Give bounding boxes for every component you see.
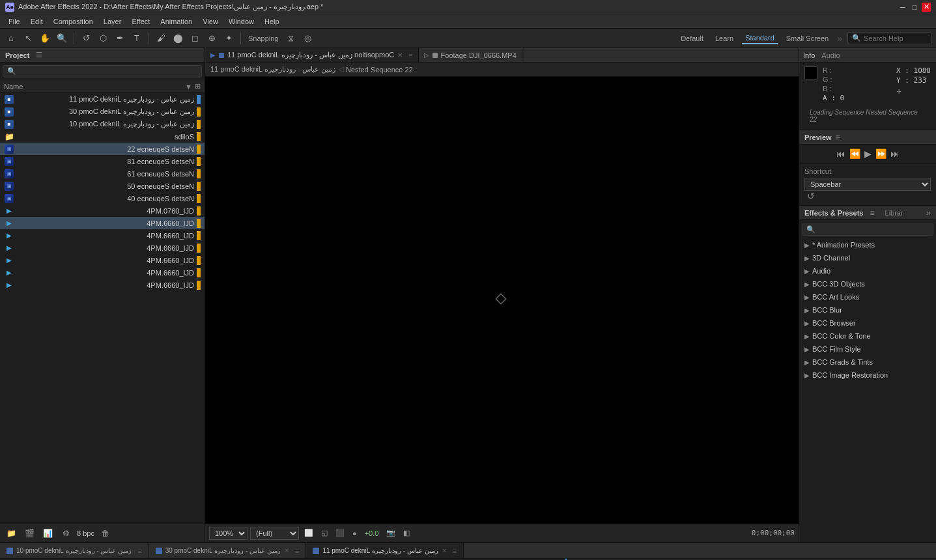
interpret-footage-button[interactable]: 📊 [40, 526, 55, 540]
project-item-11[interactable]: ▶ DJI_0666.MP4 [0, 217, 205, 229]
effects-category-11[interactable]: ▶BCC Image Restoration [799, 369, 936, 382]
project-item-1[interactable]: ■ زمین عباس - رودبارچیره Linked Comp 11 [0, 93, 205, 105]
fit-button[interactable]: ⬜ [302, 527, 316, 539]
effects-menu-icon[interactable]: ≡ [870, 208, 875, 217]
shape-tool[interactable]: ⬡ [96, 31, 110, 46]
new-comp-button[interactable]: 🎬 [22, 526, 36, 540]
tab-audio[interactable]: Audio [821, 50, 840, 61]
effects-category-2[interactable]: ▶3D Channel [799, 251, 936, 264]
transparency-button[interactable]: ⬛ [333, 527, 347, 539]
exposure-button[interactable]: +0.0 [362, 528, 382, 539]
timeline-tab-3[interactable]: زمین عباس - رودبارچیره Linked Comp 11 ✕ … [306, 543, 464, 558]
menu-help[interactable]: Help [260, 16, 284, 27]
project-search-input[interactable] [19, 68, 197, 76]
preview-play-button[interactable]: ▶ [864, 148, 872, 159]
search-help-input[interactable] [864, 35, 928, 42]
delete-button[interactable]: 🗑 [98, 526, 113, 540]
timeline-tab-menu-1[interactable]: ≡ [137, 547, 141, 555]
project-col-type[interactable]: ⊞ [195, 82, 201, 91]
effects-category-9[interactable]: ▶BCC Film Style [799, 343, 936, 356]
project-item-14[interactable]: ▶ DJI_0666.MP4 [0, 254, 205, 266]
select-tool[interactable]: ↖ [21, 31, 35, 46]
snap-options[interactable]: ◎ [301, 31, 315, 46]
effects-category-5[interactable]: ▶BCC Art Looks [799, 290, 936, 303]
hand-tool[interactable]: ✋ [38, 31, 52, 46]
menu-layer[interactable]: Layer [99, 16, 126, 27]
workspace-learn[interactable]: Learn [712, 33, 737, 44]
project-item-3[interactable]: ■ زمین عباس - رودبارچیره Linked Comp 01 [0, 118, 205, 130]
project-item-5[interactable]: ▣ Nested Sequence 22 [0, 143, 205, 155]
workspace-small-screen[interactable]: Small Screen [783, 33, 832, 44]
maximize-button[interactable]: □ [910, 3, 919, 12]
viewer-tab-close-1[interactable]: ✕ [397, 51, 403, 59]
effects-category-8[interactable]: ▶BCC Color & Tone [799, 329, 936, 343]
project-col-sort[interactable]: ▼ [185, 83, 192, 91]
preview-prev-button[interactable]: ⏪ [849, 148, 860, 159]
workspace-default[interactable]: Default [677, 33, 707, 44]
puppet-tool[interactable]: ✦ [221, 31, 236, 46]
effects-category-4[interactable]: ▶BCC 3D Objects [799, 277, 936, 290]
menu-composition[interactable]: Composition [49, 16, 98, 27]
pen-tool[interactable]: ✒ [113, 31, 127, 46]
project-item-10[interactable]: ▶ DJI_0670.MP4 [0, 204, 205, 217]
workspace-standard[interactable]: Standard [742, 33, 778, 44]
timeline-tab-menu-3[interactable]: ≡ [453, 547, 457, 555]
shortcut-reset-button[interactable]: ↺ [807, 191, 815, 201]
project-menu-icon[interactable]: ☰ [36, 51, 42, 59]
roto-tool[interactable]: ⊕ [205, 31, 219, 46]
project-item-6[interactable]: ▣ Nested Sequence 18 [0, 155, 205, 167]
timeline-tab-2[interactable]: زمین عباس - رودبارچیره Linked Comp 03 ✕ … [149, 543, 307, 558]
zoom-tool[interactable]: 🔍 [55, 31, 69, 46]
menu-file[interactable]: File [4, 16, 25, 27]
brush-tool[interactable]: 🖌 [154, 31, 168, 46]
effects-category-10[interactable]: ▶BCC Grads & Tints [799, 356, 936, 369]
preview-first-button[interactable]: ⏮ [836, 148, 845, 159]
menu-window[interactable]: Window [224, 16, 259, 27]
timeline-tab-1[interactable]: زمین عباس - رودبارچیره Linked Comp 01 ≡ [0, 543, 149, 558]
preview-menu-icon[interactable]: ≡ [836, 133, 840, 142]
effects-search-input[interactable] [818, 225, 929, 233]
viewer-tab-footage[interactable]: ▷ Footage DJI_0666.MP4 [419, 48, 522, 62]
breadcrumb-nested22[interactable]: Nested Sequence 22 [346, 66, 413, 74]
project-item-9[interactable]: ▣ Nested Sequence 04 [0, 192, 205, 204]
show-snapshot-button[interactable]: ◧ [401, 527, 412, 539]
effects-category-3[interactable]: ▶Audio [799, 264, 936, 277]
timeline-tab-close-3[interactable]: ✕ [442, 547, 447, 554]
snapping-toggle[interactable]: ⧖ [284, 31, 298, 46]
tab-info[interactable]: Info [803, 50, 815, 61]
clone-tool[interactable]: ⬤ [171, 31, 185, 46]
channels-button[interactable]: ● [350, 528, 360, 539]
menu-animation[interactable]: Animation [156, 16, 197, 27]
project-item-7[interactable]: ▣ Nested Sequence 16 [0, 167, 205, 180]
menu-view[interactable]: View [198, 16, 223, 27]
effects-category-6[interactable]: ▶BCC Blur [799, 303, 936, 316]
project-item-2[interactable]: ■ زمین عباس - رودبارچیره Linked Comp 03 [0, 105, 205, 118]
text-tool[interactable]: T [130, 31, 144, 46]
snapshot-button[interactable]: 📷 [384, 527, 398, 539]
viewer-canvas[interactable] [205, 77, 799, 524]
project-item-12[interactable]: ▶ DJI_0666.MP4 [0, 229, 205, 242]
preview-next-button[interactable]: ⏩ [875, 148, 886, 159]
quality-select[interactable]: (Full) (Half) (Quarter) [250, 527, 299, 540]
viewer-tab-comp11[interactable]: ▶ Composition زمین عباس - رودبارچیره Lin… [205, 48, 419, 62]
preview-last-button[interactable]: ⏭ [890, 148, 900, 159]
home-button[interactable]: ⌂ [4, 31, 18, 46]
project-item-4[interactable]: 📁 Solids [0, 130, 205, 143]
project-item-16[interactable]: ▶ DJI_0666.MP4 [0, 279, 205, 291]
shortcut-select[interactable]: Spacebar [804, 178, 931, 191]
workspace-more-icon[interactable]: » [837, 33, 842, 44]
new-folder-button[interactable]: 📁 [4, 526, 18, 540]
minimize-button[interactable]: ─ [898, 3, 907, 12]
eraser-tool[interactable]: ◻ [188, 31, 202, 46]
effects-category-7[interactable]: ▶BCC Browser [799, 316, 936, 329]
zoom-select[interactable]: 100% 50% 200% Fit [209, 527, 248, 540]
project-item-13[interactable]: ▶ DJI_0666.MP4 [0, 242, 205, 254]
effects-category-1[interactable]: ▶* Animation Presets [799, 238, 936, 251]
footage-settings-button[interactable]: ⚙ [59, 526, 73, 540]
project-item-8[interactable]: ▣ Nested Sequence 05 [0, 180, 205, 192]
rotate-tool[interactable]: ↺ [79, 31, 93, 46]
close-button[interactable]: ✕ [922, 3, 931, 12]
roi-button[interactable]: ◱ [319, 527, 330, 539]
timeline-tab-menu-2[interactable]: ≡ [295, 547, 299, 555]
effects-library-tab[interactable]: Librar [885, 209, 903, 217]
